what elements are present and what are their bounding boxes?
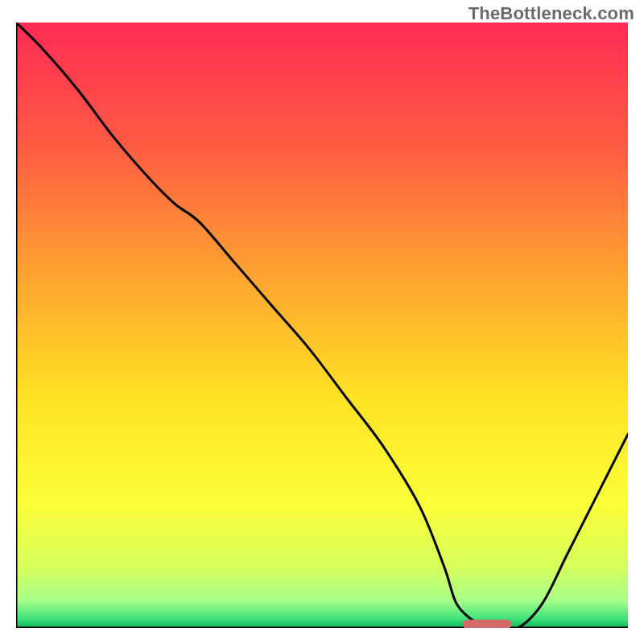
watermark-text: TheBottleneck.com xyxy=(469,3,634,24)
optimal-marker xyxy=(463,620,512,628)
plot-area xyxy=(16,23,628,628)
chart-stage: TheBottleneck.com xyxy=(0,0,644,644)
gradient-background xyxy=(16,23,628,628)
chart-svg xyxy=(16,23,628,628)
